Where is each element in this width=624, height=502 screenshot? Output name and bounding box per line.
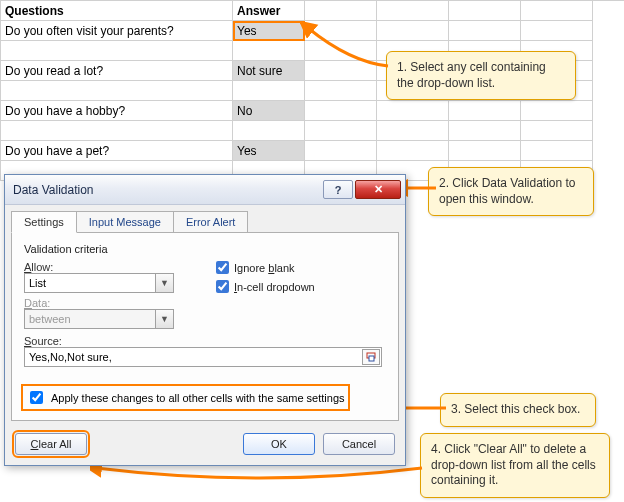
answer-cell[interactable]: No xyxy=(233,101,305,121)
apply-to-all-input[interactable] xyxy=(30,391,43,404)
svg-rect-1 xyxy=(369,356,374,361)
col-header-questions: Questions xyxy=(1,1,233,21)
tab-error-alert[interactable]: Error Alert xyxy=(173,211,249,232)
data-combobox: between ▼ xyxy=(24,309,174,329)
chevron-down-icon: ▼ xyxy=(155,310,173,328)
help-button[interactable]: ? xyxy=(323,180,353,199)
question-cell[interactable]: Do you have a hobby? xyxy=(1,101,233,121)
ignore-blank-checkbox[interactable]: Ignore blank xyxy=(216,261,315,274)
close-button[interactable]: ✕ xyxy=(355,180,401,199)
allow-combobox[interactable]: List ▼ xyxy=(24,273,174,293)
dropdown-button[interactable]: ▼ xyxy=(304,21,305,41)
callout-step1: 1. Select any cell containing the drop-d… xyxy=(386,51,576,100)
question-cell[interactable]: Do you often visit your parents? xyxy=(1,21,233,41)
question-cell[interactable]: Do you have a pet? xyxy=(1,141,233,161)
answer-value: Yes xyxy=(237,24,257,38)
col-header-answer: Answer xyxy=(233,1,305,21)
question-cell[interactable]: Do you read a lot? xyxy=(1,61,233,81)
incell-dropdown-checkbox[interactable]: In-cell dropdown xyxy=(216,280,315,293)
source-input[interactable]: Yes,No,Not sure, xyxy=(24,347,382,367)
dialog-title: Data Validation xyxy=(13,183,94,197)
answer-cell-selected[interactable]: Yes ▼ xyxy=(233,21,305,41)
data-validation-dialog: Data Validation ? ✕ Settings Input Messa… xyxy=(4,174,406,466)
callout-step2: 2. Click Data Validation to open this wi… xyxy=(428,167,594,216)
ignore-blank-input[interactable] xyxy=(216,261,229,274)
dialog-titlebar[interactable]: Data Validation ? ✕ xyxy=(5,175,405,205)
chevron-down-icon[interactable]: ▼ xyxy=(155,274,173,292)
ok-button[interactable]: OK xyxy=(243,433,315,455)
incell-dropdown-input[interactable] xyxy=(216,280,229,293)
settings-panel: Validation criteria Allow: List ▼ Ignore… xyxy=(11,232,399,421)
apply-to-all-checkbox[interactable]: Apply these changes to all other cells w… xyxy=(24,387,347,408)
dialog-tabs: Settings Input Message Error Alert xyxy=(5,205,405,232)
tab-input-message[interactable]: Input Message xyxy=(76,211,174,232)
source-label: Source: xyxy=(24,335,386,347)
allow-label: Allow: xyxy=(24,261,82,273)
answer-cell[interactable]: Yes xyxy=(233,141,305,161)
range-picker-button[interactable] xyxy=(362,349,380,365)
dialog-button-row: Clear All OK Cancel xyxy=(5,427,405,465)
tab-settings[interactable]: Settings xyxy=(11,211,77,233)
clear-all-button[interactable]: Clear All xyxy=(15,433,87,455)
cancel-button[interactable]: Cancel xyxy=(323,433,395,455)
validation-criteria-label: Validation criteria xyxy=(24,243,386,255)
callout-step3: 3. Select this check box. xyxy=(440,393,596,427)
data-label: Data: xyxy=(24,297,82,309)
callout-step4: 4. Click "Clear All" to delete a drop-do… xyxy=(420,433,610,498)
answer-cell[interactable]: Not sure xyxy=(233,61,305,81)
